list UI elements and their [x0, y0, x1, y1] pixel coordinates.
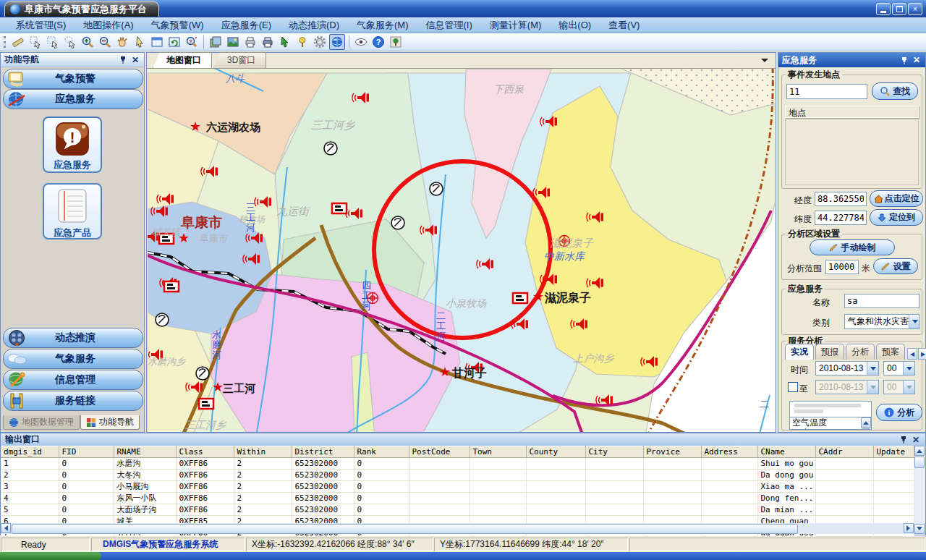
flag-icon[interactable]: [199, 399, 213, 409]
pin-marker-icon[interactable]: [294, 34, 310, 50]
table-row[interactable]: 10水磨沟0XFF8626523020000Shui mo gou: [1, 458, 914, 470]
menu-item-6[interactable]: 信息管理(I): [417, 19, 481, 32]
mine-icon[interactable]: [156, 313, 169, 326]
sidebar-item-bottom-2[interactable]: 信息管理: [3, 370, 143, 390]
pin-icon[interactable]: [118, 55, 128, 65]
tab-scroll-left-button[interactable]: ◀: [907, 348, 917, 360]
restore-button[interactable]: [892, 3, 906, 15]
close-panel-icon[interactable]: ✕: [912, 55, 922, 65]
star-icon[interactable]: ★: [439, 365, 451, 379]
table-row[interactable]: 20大冬沟0XFF8626523020000Da dong gou: [1, 470, 914, 481]
scroll-right-button[interactable]: [904, 523, 914, 533]
map-canvas[interactable]: ★★★★★六运湖农场三工河乡下西泉九运街阜康市城关镇阜康市种禽场滋泥泉子中新水库…: [148, 69, 775, 432]
close-panel-icon[interactable]: ✕: [911, 435, 921, 445]
shortcut-应急产品[interactable]: 应急产品: [43, 183, 102, 239]
full-extent-icon[interactable]: [149, 34, 165, 50]
list-scrollbar[interactable]: [861, 417, 871, 429]
select-lasso-icon[interactable]: [62, 34, 78, 50]
scrollbar-thumb[interactable]: [12, 524, 798, 534]
map-tab-list-button[interactable]: [761, 59, 768, 66]
column-header-FID[interactable]: FID: [59, 446, 114, 458]
table-row[interactable]: 40东风一小队0XFF8626523020000Dong fen...: [1, 493, 914, 504]
panel-tab-1[interactable]: 功能导航: [80, 415, 140, 430]
pin-icon[interactable]: [899, 55, 909, 65]
sidebar-item-top-0[interactable]: 气象预警: [3, 69, 143, 89]
help-icon[interactable]: ?: [370, 34, 386, 50]
longitude-input[interactable]: [815, 192, 867, 206]
map-tab-1[interactable]: 3D窗口: [213, 52, 266, 68]
print-color-icon[interactable]: [260, 34, 276, 50]
date-combo[interactable]: 2010-08-13: [815, 361, 879, 376]
column-header-District[interactable]: District: [292, 446, 354, 458]
scroll-down-button[interactable]: [914, 524, 925, 534]
service-tab-预案[interactable]: 预案: [876, 344, 905, 360]
tab-scroll-right-button[interactable]: ▶: [918, 348, 926, 360]
to-checkbox[interactable]: [788, 382, 798, 392]
service-tab-预报[interactable]: 预报: [815, 344, 844, 360]
zoom-out-icon[interactable]: [97, 34, 113, 50]
column-header-Provice[interactable]: Provice: [643, 446, 701, 458]
flag-icon[interactable]: [164, 281, 179, 292]
manual-draw-button[interactable]: 手动绘制: [810, 239, 895, 255]
service-tab-分析[interactable]: 分析: [846, 344, 875, 360]
pointer-icon[interactable]: [132, 34, 148, 50]
hour-combo[interactable]: 00: [883, 361, 915, 376]
mine-icon[interactable]: [391, 216, 404, 229]
menu-item-7[interactable]: 测量计算(M): [481, 19, 551, 32]
place-list-header[interactable]: 地点: [785, 106, 919, 118]
print-icon[interactable]: [242, 34, 258, 50]
sidebar-item-bottom-0[interactable]: 动态推演: [3, 328, 143, 348]
menu-item-2[interactable]: 气象预警(W): [143, 19, 213, 32]
menu-item-9[interactable]: 查看(V): [600, 19, 648, 32]
column-header-CName[interactable]: CName: [757, 446, 815, 458]
combo-dropdown-button[interactable]: [867, 362, 878, 375]
horizontal-scrollbar[interactable]: [1, 523, 914, 534]
locate-to-button[interactable]: 定位到: [870, 209, 923, 226]
refresh-icon[interactable]: [166, 34, 182, 50]
layers-icon[interactable]: [208, 34, 224, 50]
column-header-Within[interactable]: Within: [234, 446, 292, 458]
place-list[interactable]: [785, 119, 919, 185]
range-input[interactable]: [825, 260, 859, 274]
sidebar-item-bottom-1[interactable]: 气象服务: [3, 349, 143, 369]
name-input[interactable]: [844, 294, 919, 308]
click-locate-button[interactable]: 点击定位: [870, 190, 923, 207]
column-header-PostCode[interactable]: PostCode: [409, 446, 470, 458]
tree-image-icon[interactable]: [388, 34, 404, 50]
pin-icon[interactable]: [899, 435, 909, 445]
close-button[interactable]: ×: [908, 3, 922, 15]
star-icon[interactable]: ★: [212, 380, 224, 394]
identify-icon[interactable]: ?: [184, 34, 200, 50]
zoom-in-icon[interactable]: [80, 34, 95, 50]
sidebar-item-bottom-3[interactable]: 服务链接: [3, 391, 143, 411]
column-header-Town[interactable]: Town: [470, 446, 526, 458]
pan-hand-icon[interactable]: [114, 34, 130, 50]
globe-active-icon[interactable]: [329, 34, 345, 50]
export-image-icon[interactable]: [225, 34, 241, 50]
mine-icon[interactable]: [430, 182, 443, 195]
select-arrow-icon[interactable]: [27, 34, 43, 50]
column-header-Class[interactable]: Class: [176, 446, 234, 458]
column-header-County[interactable]: County: [526, 446, 585, 458]
column-header-Address[interactable]: Address: [701, 446, 757, 458]
column-header-Update[interactable]: Update: [873, 446, 914, 458]
location-search-input[interactable]: [786, 84, 867, 99]
map-tab-0[interactable]: 地图窗口: [153, 52, 212, 68]
mine-icon[interactable]: [196, 367, 209, 380]
menu-item-1[interactable]: 地图操作(A): [75, 19, 142, 32]
combo-dropdown-button[interactable]: [909, 315, 919, 328]
combo-dropdown-button[interactable]: [903, 362, 914, 375]
column-header-Rank[interactable]: Rank: [354, 446, 409, 458]
mine-icon[interactable]: [324, 142, 337, 155]
gear-icon[interactable]: [312, 34, 328, 50]
select-box-icon[interactable]: [45, 34, 61, 50]
sidebar-item-top-1[interactable]: 应急服务: [3, 89, 143, 109]
eye-icon[interactable]: [353, 34, 369, 50]
scroll-up-button[interactable]: [861, 417, 871, 428]
scroll-up-button[interactable]: [914, 446, 925, 456]
star-icon[interactable]: ★: [532, 289, 544, 304]
search-button[interactable]: 查找: [872, 82, 918, 100]
toolbar-grip[interactable]: [4, 36, 6, 48]
set-button[interactable]: 设置: [873, 258, 918, 274]
analyze-button[interactable]: i 分析: [876, 404, 922, 421]
